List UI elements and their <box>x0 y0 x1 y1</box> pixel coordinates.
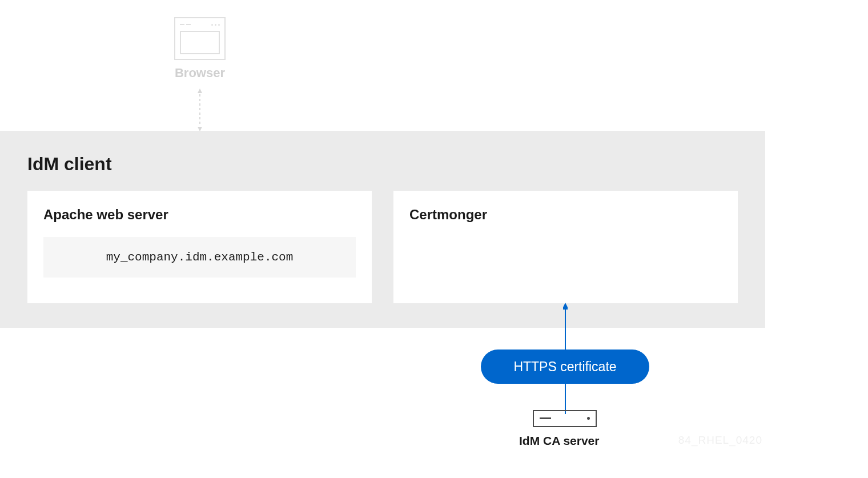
browser-node: Browser <box>171 17 228 81</box>
hostname-box: my_company.idm.example.com <box>43 237 356 278</box>
browser-icon <box>174 17 226 60</box>
server-icon <box>533 410 597 427</box>
bidirectional-arrow-icon <box>198 89 202 131</box>
certificate-badge: HTTPS certificate <box>481 350 649 384</box>
panels-row: Apache web server my_company.idm.example… <box>27 191 738 303</box>
certmonger-panel: Certmonger <box>393 191 738 303</box>
certmonger-panel-title: Certmonger <box>409 207 722 223</box>
apache-panel: Apache web server my_company.idm.example… <box>27 191 372 303</box>
watermark-text: 84_RHEL_0420 <box>678 434 762 447</box>
server-node: IdM CA server <box>531 410 599 448</box>
svg-marker-0 <box>198 89 202 93</box>
idm-client-container: IdM client Apache web server my_company.… <box>0 131 765 328</box>
server-label: IdM CA server <box>519 434 588 448</box>
apache-panel-title: Apache web server <box>43 207 356 223</box>
browser-icon-topbar <box>180 22 220 27</box>
idm-client-title: IdM client <box>27 154 738 175</box>
browser-label: Browser <box>171 66 228 81</box>
